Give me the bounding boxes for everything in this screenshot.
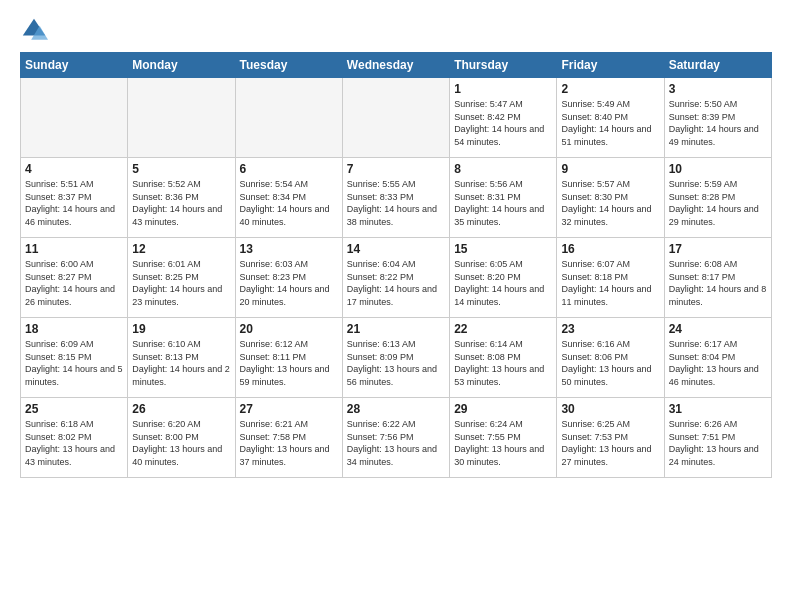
week-row-2: 4Sunrise: 5:51 AMSunset: 8:37 PMDaylight… — [21, 158, 772, 238]
day-info: Sunrise: 6:18 AMSunset: 8:02 PMDaylight:… — [25, 418, 123, 468]
day-info: Sunrise: 6:00 AMSunset: 8:27 PMDaylight:… — [25, 258, 123, 308]
logo — [20, 16, 52, 44]
calendar-cell: 4Sunrise: 5:51 AMSunset: 8:37 PMDaylight… — [21, 158, 128, 238]
day-number: 19 — [132, 322, 230, 336]
weekday-header-sunday: Sunday — [21, 53, 128, 78]
day-info: Sunrise: 6:10 AMSunset: 8:13 PMDaylight:… — [132, 338, 230, 388]
calendar-cell: 31Sunrise: 6:26 AMSunset: 7:51 PMDayligh… — [664, 398, 771, 478]
day-number: 29 — [454, 402, 552, 416]
day-number: 22 — [454, 322, 552, 336]
week-row-5: 25Sunrise: 6:18 AMSunset: 8:02 PMDayligh… — [21, 398, 772, 478]
week-row-3: 11Sunrise: 6:00 AMSunset: 8:27 PMDayligh… — [21, 238, 772, 318]
day-number: 25 — [25, 402, 123, 416]
calendar-cell — [342, 78, 449, 158]
day-number: 15 — [454, 242, 552, 256]
day-info: Sunrise: 5:55 AMSunset: 8:33 PMDaylight:… — [347, 178, 445, 228]
calendar-cell: 30Sunrise: 6:25 AMSunset: 7:53 PMDayligh… — [557, 398, 664, 478]
calendar-cell: 3Sunrise: 5:50 AMSunset: 8:39 PMDaylight… — [664, 78, 771, 158]
calendar-cell: 26Sunrise: 6:20 AMSunset: 8:00 PMDayligh… — [128, 398, 235, 478]
logo-icon — [20, 16, 48, 44]
day-number: 12 — [132, 242, 230, 256]
weekday-header-saturday: Saturday — [664, 53, 771, 78]
day-info: Sunrise: 6:17 AMSunset: 8:04 PMDaylight:… — [669, 338, 767, 388]
calendar-cell: 28Sunrise: 6:22 AMSunset: 7:56 PMDayligh… — [342, 398, 449, 478]
calendar-cell: 13Sunrise: 6:03 AMSunset: 8:23 PMDayligh… — [235, 238, 342, 318]
calendar-cell: 29Sunrise: 6:24 AMSunset: 7:55 PMDayligh… — [450, 398, 557, 478]
day-info: Sunrise: 5:50 AMSunset: 8:39 PMDaylight:… — [669, 98, 767, 148]
page: SundayMondayTuesdayWednesdayThursdayFrid… — [0, 0, 792, 488]
day-number: 10 — [669, 162, 767, 176]
calendar-cell: 10Sunrise: 5:59 AMSunset: 8:28 PMDayligh… — [664, 158, 771, 238]
calendar-cell: 16Sunrise: 6:07 AMSunset: 8:18 PMDayligh… — [557, 238, 664, 318]
day-info: Sunrise: 6:16 AMSunset: 8:06 PMDaylight:… — [561, 338, 659, 388]
day-number: 8 — [454, 162, 552, 176]
calendar-cell: 24Sunrise: 6:17 AMSunset: 8:04 PMDayligh… — [664, 318, 771, 398]
day-number: 30 — [561, 402, 659, 416]
day-info: Sunrise: 6:25 AMSunset: 7:53 PMDaylight:… — [561, 418, 659, 468]
calendar-cell: 2Sunrise: 5:49 AMSunset: 8:40 PMDaylight… — [557, 78, 664, 158]
weekday-header-monday: Monday — [128, 53, 235, 78]
day-number: 31 — [669, 402, 767, 416]
day-number: 9 — [561, 162, 659, 176]
day-number: 16 — [561, 242, 659, 256]
calendar-cell: 7Sunrise: 5:55 AMSunset: 8:33 PMDaylight… — [342, 158, 449, 238]
calendar-cell: 5Sunrise: 5:52 AMSunset: 8:36 PMDaylight… — [128, 158, 235, 238]
calendar-cell: 8Sunrise: 5:56 AMSunset: 8:31 PMDaylight… — [450, 158, 557, 238]
weekday-header-row: SundayMondayTuesdayWednesdayThursdayFrid… — [21, 53, 772, 78]
day-info: Sunrise: 6:22 AMSunset: 7:56 PMDaylight:… — [347, 418, 445, 468]
week-row-4: 18Sunrise: 6:09 AMSunset: 8:15 PMDayligh… — [21, 318, 772, 398]
day-info: Sunrise: 6:03 AMSunset: 8:23 PMDaylight:… — [240, 258, 338, 308]
calendar-cell: 18Sunrise: 6:09 AMSunset: 8:15 PMDayligh… — [21, 318, 128, 398]
day-info: Sunrise: 6:13 AMSunset: 8:09 PMDaylight:… — [347, 338, 445, 388]
day-info: Sunrise: 5:56 AMSunset: 8:31 PMDaylight:… — [454, 178, 552, 228]
day-number: 28 — [347, 402, 445, 416]
day-number: 17 — [669, 242, 767, 256]
day-number: 4 — [25, 162, 123, 176]
day-number: 7 — [347, 162, 445, 176]
day-info: Sunrise: 6:09 AMSunset: 8:15 PMDaylight:… — [25, 338, 123, 388]
day-info: Sunrise: 5:47 AMSunset: 8:42 PMDaylight:… — [454, 98, 552, 148]
day-number: 18 — [25, 322, 123, 336]
calendar-cell: 27Sunrise: 6:21 AMSunset: 7:58 PMDayligh… — [235, 398, 342, 478]
calendar-cell: 12Sunrise: 6:01 AMSunset: 8:25 PMDayligh… — [128, 238, 235, 318]
day-info: Sunrise: 6:14 AMSunset: 8:08 PMDaylight:… — [454, 338, 552, 388]
day-info: Sunrise: 6:08 AMSunset: 8:17 PMDaylight:… — [669, 258, 767, 308]
day-info: Sunrise: 5:51 AMSunset: 8:37 PMDaylight:… — [25, 178, 123, 228]
calendar-cell: 23Sunrise: 6:16 AMSunset: 8:06 PMDayligh… — [557, 318, 664, 398]
day-number: 5 — [132, 162, 230, 176]
day-number: 1 — [454, 82, 552, 96]
day-number: 6 — [240, 162, 338, 176]
day-number: 13 — [240, 242, 338, 256]
day-info: Sunrise: 5:57 AMSunset: 8:30 PMDaylight:… — [561, 178, 659, 228]
day-number: 20 — [240, 322, 338, 336]
day-info: Sunrise: 6:20 AMSunset: 8:00 PMDaylight:… — [132, 418, 230, 468]
calendar-cell: 25Sunrise: 6:18 AMSunset: 8:02 PMDayligh… — [21, 398, 128, 478]
day-info: Sunrise: 6:05 AMSunset: 8:20 PMDaylight:… — [454, 258, 552, 308]
day-number: 21 — [347, 322, 445, 336]
weekday-header-friday: Friday — [557, 53, 664, 78]
calendar-cell: 14Sunrise: 6:04 AMSunset: 8:22 PMDayligh… — [342, 238, 449, 318]
day-info: Sunrise: 6:12 AMSunset: 8:11 PMDaylight:… — [240, 338, 338, 388]
weekday-header-thursday: Thursday — [450, 53, 557, 78]
day-number: 2 — [561, 82, 659, 96]
day-info: Sunrise: 6:04 AMSunset: 8:22 PMDaylight:… — [347, 258, 445, 308]
day-info: Sunrise: 6:21 AMSunset: 7:58 PMDaylight:… — [240, 418, 338, 468]
week-row-1: 1Sunrise: 5:47 AMSunset: 8:42 PMDaylight… — [21, 78, 772, 158]
calendar-cell: 17Sunrise: 6:08 AMSunset: 8:17 PMDayligh… — [664, 238, 771, 318]
calendar-cell — [235, 78, 342, 158]
day-info: Sunrise: 6:26 AMSunset: 7:51 PMDaylight:… — [669, 418, 767, 468]
day-info: Sunrise: 6:07 AMSunset: 8:18 PMDaylight:… — [561, 258, 659, 308]
day-number: 11 — [25, 242, 123, 256]
day-info: Sunrise: 5:59 AMSunset: 8:28 PMDaylight:… — [669, 178, 767, 228]
calendar-cell — [128, 78, 235, 158]
day-number: 26 — [132, 402, 230, 416]
calendar-cell: 21Sunrise: 6:13 AMSunset: 8:09 PMDayligh… — [342, 318, 449, 398]
day-info: Sunrise: 5:54 AMSunset: 8:34 PMDaylight:… — [240, 178, 338, 228]
calendar-cell: 1Sunrise: 5:47 AMSunset: 8:42 PMDaylight… — [450, 78, 557, 158]
day-number: 24 — [669, 322, 767, 336]
calendar-cell: 20Sunrise: 6:12 AMSunset: 8:11 PMDayligh… — [235, 318, 342, 398]
calendar-cell: 15Sunrise: 6:05 AMSunset: 8:20 PMDayligh… — [450, 238, 557, 318]
calendar-cell: 19Sunrise: 6:10 AMSunset: 8:13 PMDayligh… — [128, 318, 235, 398]
weekday-header-wednesday: Wednesday — [342, 53, 449, 78]
day-info: Sunrise: 5:49 AMSunset: 8:40 PMDaylight:… — [561, 98, 659, 148]
